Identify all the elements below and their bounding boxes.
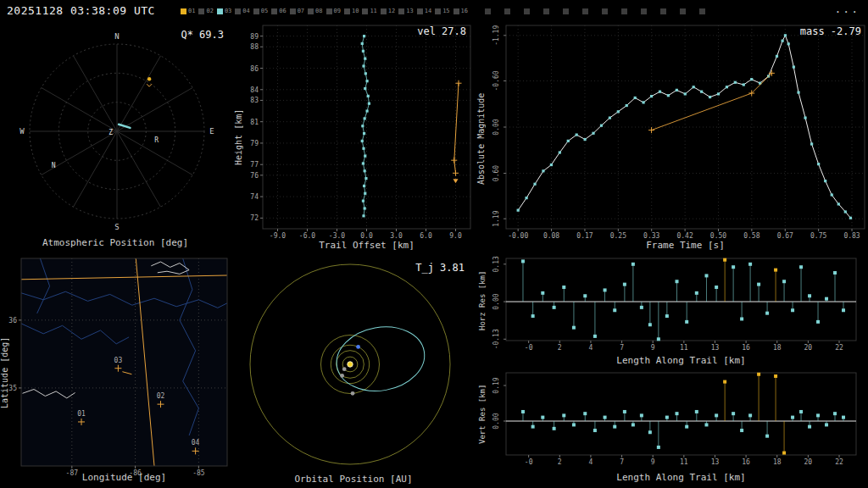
- channel-chip-15[interactable]: 15: [435, 8, 449, 14]
- channel-status-square: [344, 8, 350, 14]
- channel-status-square: [381, 8, 387, 14]
- channel-status-square: [398, 8, 404, 14]
- vert-res-axis-label: Vert Res [km]: [478, 378, 487, 451]
- svg-text:S: S: [114, 223, 119, 231]
- svg-text:89: 89: [250, 33, 259, 41]
- mass-value: mass -2.79: [800, 25, 861, 37]
- channel-slot[interactable]: [641, 8, 647, 14]
- channel-chip-06[interactable]: 06: [271, 8, 286, 14]
- channel-status-square: [198, 8, 204, 14]
- channel-chip-02[interactable]: 02: [198, 8, 213, 14]
- channel-label: 12: [388, 8, 395, 14]
- svg-text:79: 79: [250, 140, 259, 147]
- svg-text:0.67: 0.67: [777, 232, 793, 240]
- channel-slot[interactable]: [680, 8, 686, 14]
- svg-text:-0.13: -0.13: [492, 329, 500, 349]
- svg-text:E: E: [209, 127, 214, 136]
- longitude-axis-label: Longitude [deg]: [21, 472, 227, 483]
- svg-text:0.83: 0.83: [843, 232, 860, 240]
- channel-label: 08: [315, 8, 322, 14]
- svg-text:77: 77: [250, 161, 259, 169]
- channel-slot[interactable]: [621, 8, 627, 14]
- svg-text:22: 22: [835, 344, 843, 352]
- panel-ground-track: 01020304-87-86-853635 Latitude [deg] Lon…: [0, 254, 231, 488]
- svg-text:3.0: 3.0: [390, 232, 403, 240]
- residuals-charts: -024791113161820220.130.00-0.13-02479111…: [476, 254, 868, 488]
- channel-status-square: [253, 8, 259, 14]
- svg-text:-0.00: -0.00: [508, 232, 528, 240]
- svg-text:0.33: 0.33: [643, 232, 659, 240]
- svg-text:0.17: 0.17: [576, 232, 593, 240]
- svg-text:36: 36: [8, 317, 17, 324]
- channel-slot[interactable]: [582, 8, 588, 14]
- svg-text:35: 35: [8, 385, 17, 392]
- svg-text:86: 86: [250, 65, 259, 73]
- svg-text:4: 4: [589, 458, 593, 466]
- channel-slot[interactable]: [699, 8, 705, 14]
- svg-text:-3.0: -3.0: [329, 232, 345, 240]
- channel-chip-09[interactable]: 09: [326, 8, 341, 14]
- velocity-value: vel 27.8: [417, 25, 466, 37]
- channel-slot[interactable]: [660, 8, 666, 14]
- svg-text:20: 20: [804, 458, 813, 466]
- channel-strip: 01020304050607080910111213141516: [181, 7, 705, 15]
- channel-label: 15: [442, 8, 449, 14]
- channel-chip-07[interactable]: 07: [290, 8, 304, 14]
- svg-text:Z: Z: [108, 129, 113, 136]
- panel-residuals: -024791113161820220.130.00-0.13-02479111…: [476, 254, 868, 488]
- channel-slot[interactable]: [485, 8, 491, 14]
- svg-text:-6.0: -6.0: [299, 232, 315, 240]
- panel-light-curve: -0.000.080.170.250.330.420.500.580.670.7…: [476, 20, 868, 254]
- channel-chip-03[interactable]: 03: [217, 8, 231, 14]
- q-star-value: Q* 69.3: [181, 29, 224, 41]
- svg-text:84: 84: [250, 86, 259, 94]
- channel-chip-13[interactable]: 13: [398, 8, 413, 14]
- channel-slot[interactable]: [524, 8, 530, 14]
- svg-text:0.00: 0.00: [492, 293, 500, 309]
- channel-label: 09: [334, 8, 341, 14]
- svg-text:9.0: 9.0: [449, 232, 462, 240]
- channel-chip-12[interactable]: 12: [381, 8, 395, 14]
- svg-text:6.0: 6.0: [420, 232, 432, 240]
- channel-label: 11: [370, 8, 376, 14]
- frame-time-axis-label: Frame Time [s]: [506, 240, 865, 251]
- channel-chip-05[interactable]: 05: [253, 8, 268, 14]
- svg-text:9: 9: [651, 458, 655, 466]
- utc-timestamp: 20251128 03:38:09 UTC: [7, 4, 155, 17]
- channel-chip-08[interactable]: 08: [308, 8, 322, 14]
- overflow-menu[interactable]: ...: [835, 3, 860, 15]
- orbital-position-chart: [231, 254, 476, 488]
- channel-slot[interactable]: [563, 8, 569, 14]
- channel-chip-04[interactable]: 04: [235, 8, 249, 14]
- channel-status-square: [290, 8, 296, 14]
- magnitude-axis-label: Absolute Magnitude: [476, 54, 486, 224]
- svg-text:0.19: 0.19: [492, 377, 500, 393]
- channel-chip-14[interactable]: 14: [417, 8, 431, 14]
- channel-status-square: [235, 8, 241, 14]
- channel-label: 14: [425, 8, 431, 14]
- channel-chip-10[interactable]: 10: [344, 8, 359, 14]
- channel-label: 06: [279, 8, 286, 14]
- svg-text:0.08: 0.08: [543, 232, 559, 240]
- svg-text:7: 7: [620, 458, 624, 466]
- channel-status-square: [271, 8, 277, 14]
- channel-slot[interactable]: [602, 8, 608, 14]
- svg-text:N: N: [52, 162, 56, 169]
- svg-text:9: 9: [651, 344, 655, 352]
- channel-status-square: [326, 8, 332, 14]
- svg-text:0.60: 0.60: [492, 165, 500, 181]
- channel-chip-01[interactable]: 01: [181, 8, 195, 14]
- channel-slot[interactable]: [543, 8, 549, 14]
- channel-chip-11[interactable]: 11: [362, 8, 376, 14]
- svg-text:0.13: 0.13: [492, 256, 500, 272]
- channel-slot[interactable]: [504, 8, 510, 14]
- vert-length-axis-label: Length Along Trail [km]: [506, 472, 856, 483]
- channel-label: 05: [261, 8, 268, 14]
- channel-label: 13: [406, 8, 413, 14]
- channel-label: 01: [188, 8, 195, 14]
- svg-text:N: N: [114, 32, 119, 41]
- svg-text:0.58: 0.58: [743, 232, 760, 240]
- channel-chip-16[interactable]: 16: [453, 8, 468, 14]
- channel-status-square: [308, 8, 314, 14]
- svg-text:0.0: 0.0: [360, 232, 373, 240]
